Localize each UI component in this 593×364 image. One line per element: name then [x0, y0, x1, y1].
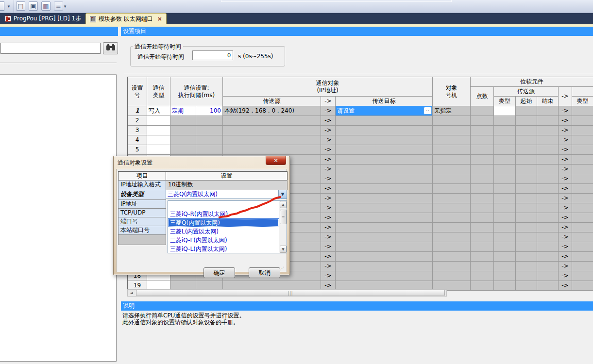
- cell-kind[interactable]: [494, 281, 516, 291]
- cell-kind2[interactable]: [572, 281, 593, 291]
- cell-start[interactable]: [516, 126, 537, 135]
- cell-dst[interactable]: [336, 116, 433, 126]
- cell-points[interactable]: [471, 106, 494, 116]
- form-window-icon[interactable]: ▤: [16, 1, 25, 11]
- tab-module-params[interactable]: 模块参数 以太网端口 ×: [85, 13, 167, 24]
- cell-unit[interactable]: [433, 213, 471, 223]
- cell-interval[interactable]: 100: [196, 106, 223, 116]
- cell-end[interactable]: [537, 242, 559, 252]
- cell-points[interactable]: [471, 116, 494, 126]
- cell-dst[interactable]: [336, 232, 433, 242]
- cell-points[interactable]: [471, 145, 494, 155]
- scroll-down-icon[interactable]: ▼: [280, 246, 287, 253]
- cell-unit[interactable]: [433, 135, 471, 145]
- cell-points[interactable]: [471, 213, 494, 223]
- cell-points[interactable]: [471, 174, 494, 184]
- cell-kind[interactable]: [494, 262, 516, 271]
- cell-start[interactable]: [516, 184, 537, 194]
- cell-kind2[interactable]: [572, 126, 593, 135]
- cell-start[interactable]: [516, 242, 537, 252]
- cell-start[interactable]: [516, 203, 537, 213]
- cell-start[interactable]: [516, 281, 537, 291]
- tab-progpou[interactable]: ProgPou [PRG] [LD] 1步 ×: [1, 13, 94, 24]
- cell-points[interactable]: [471, 262, 494, 271]
- cell-points[interactable]: [471, 223, 494, 232]
- cell-kind2[interactable]: [572, 252, 593, 262]
- dropdown-scrollbar[interactable]: ▲ ≡ ▼: [279, 201, 287, 253]
- cell-start[interactable]: [516, 165, 537, 174]
- cell-kind[interactable]: [494, 155, 516, 165]
- dropdown-item-3[interactable]: 三菱iQ-F(内置以太网): [168, 236, 279, 245]
- cell-end[interactable]: [537, 232, 559, 242]
- cell-start[interactable]: [516, 155, 537, 165]
- cell-start[interactable]: [516, 223, 537, 232]
- dialog-item-1[interactable]: 设备类型: [118, 190, 166, 200]
- row-number[interactable]: 3: [128, 126, 147, 135]
- cell-end[interactable]: [537, 126, 559, 135]
- cell-kind2[interactable]: [572, 106, 593, 116]
- cell-dst[interactable]: [336, 271, 433, 281]
- wait-time-input[interactable]: [192, 50, 233, 60]
- ok-button[interactable]: 确定: [203, 267, 235, 278]
- cell-dst[interactable]: [336, 252, 433, 262]
- cell-unit[interactable]: [433, 165, 471, 174]
- cell-end[interactable]: [537, 155, 559, 165]
- dialog-item-2[interactable]: IP地址: [118, 199, 166, 209]
- row-number[interactable]: 1: [128, 106, 147, 116]
- cell-dst[interactable]: [336, 213, 433, 223]
- cell-kind2[interactable]: [572, 232, 593, 242]
- cell-kind2[interactable]: [572, 271, 593, 281]
- cell-kind2[interactable]: [572, 262, 593, 271]
- dialog-item-5[interactable]: 本站端口号: [118, 226, 166, 235]
- horizontal-scrollbar[interactable]: ◄ |||: [127, 289, 447, 297]
- cell-mode[interactable]: 定期: [170, 106, 196, 116]
- scroll-left-arrow-icon[interactable]: ◄: [128, 290, 135, 296]
- cell-kind2[interactable]: [572, 135, 593, 145]
- cell-unit[interactable]: [433, 194, 471, 203]
- cell-kind2[interactable]: [572, 165, 593, 174]
- cell-unit[interactable]: [433, 271, 471, 281]
- cell-kind2[interactable]: [572, 223, 593, 232]
- cell-start[interactable]: [516, 106, 537, 116]
- cell-dst[interactable]: [336, 174, 433, 184]
- cell-type[interactable]: 写入: [147, 106, 170, 116]
- cell-type[interactable]: [147, 126, 170, 135]
- scroll-up-icon[interactable]: ▲: [280, 201, 287, 208]
- cancel-button[interactable]: 取消: [249, 267, 280, 278]
- cell-kind[interactable]: [494, 184, 516, 194]
- cell-points[interactable]: [471, 252, 494, 262]
- cell-points[interactable]: [471, 135, 494, 145]
- cell-unit[interactable]: [433, 203, 471, 213]
- cell-dst[interactable]: [336, 223, 433, 232]
- cell-unit[interactable]: [433, 223, 471, 232]
- cell-kind[interactable]: [494, 252, 516, 262]
- cell-kind[interactable]: [494, 223, 516, 232]
- cell-mode[interactable]: [170, 135, 196, 145]
- cell-start[interactable]: [516, 194, 537, 203]
- browse-target-button[interactable]: ..: [424, 107, 432, 115]
- cell-kind2[interactable]: [572, 184, 593, 194]
- cell-interval[interactable]: [196, 126, 223, 135]
- cell-kind2[interactable]: [572, 194, 593, 203]
- cell-dst[interactable]: [336, 262, 433, 271]
- cell-unit[interactable]: [433, 184, 471, 194]
- cell-kind2[interactable]: [572, 203, 593, 213]
- dropdown-scroll-thumb[interactable]: ≡: [280, 210, 287, 224]
- cell-dst[interactable]: [336, 242, 433, 252]
- cell-kind[interactable]: [494, 232, 516, 242]
- cell-unit[interactable]: [433, 126, 471, 135]
- cell-interval[interactable]: [196, 145, 223, 155]
- cell-mode[interactable]: [170, 126, 196, 135]
- cell-kind2[interactable]: [572, 145, 593, 155]
- cell-end[interactable]: [537, 271, 559, 281]
- embedded-monitor-icon[interactable]: ▣: [29, 1, 38, 11]
- cell-src[interactable]: [223, 126, 321, 135]
- cell-end[interactable]: [537, 281, 559, 291]
- cell-start[interactable]: [516, 116, 537, 126]
- toolbar-overflow-icon[interactable]: ▾: [6, 3, 12, 10]
- cell-dst[interactable]: [336, 184, 433, 194]
- cell-src[interactable]: [223, 145, 321, 155]
- chevron-down-icon[interactable]: ▼: [278, 190, 287, 199]
- cell-kind2[interactable]: [572, 213, 593, 223]
- dialog-close-icon[interactable]: ×: [266, 156, 286, 165]
